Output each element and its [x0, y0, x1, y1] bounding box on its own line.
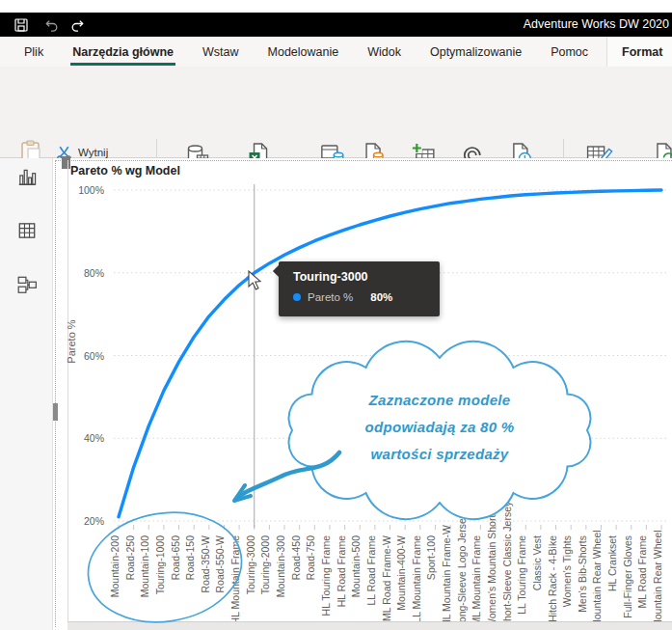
menu-tab-wstaw[interactable]: Wstaw	[188, 37, 254, 67]
data-view-icon[interactable]	[16, 220, 38, 241]
visual-selection-border-left	[55, 160, 56, 627]
menu-tab-optymalizowanie[interactable]: Optymalizowanie	[416, 37, 536, 67]
redo-icon[interactable]	[71, 17, 87, 33]
tooltip-title: Touring-3000	[293, 270, 440, 284]
y-axis-tick-label: 80%	[56, 267, 104, 279]
undo-icon[interactable]	[42, 17, 58, 33]
cloud-callout-text: odpowiadają za 80 %	[289, 419, 590, 435]
ribbon: Wklej Wytnij Kopiuj Malarz formatów Scho…	[0, 67, 672, 158]
menu-tab-pomoc[interactable]: Pomoc	[536, 37, 603, 67]
save-icon[interactable]	[13, 17, 29, 33]
report-view-icon[interactable]	[16, 166, 38, 187]
y-axis-tick-label: 20%	[56, 515, 104, 527]
titlebar: Adventure Works DW 2020	[0, 13, 672, 37]
menubar-tabs: PlikNarzędzia główneWstawModelowanieWido…	[0, 37, 672, 67]
window-title: Adventure Works DW 2020	[524, 13, 669, 37]
menu-tab-modelowanie[interactable]: Modelowanie	[254, 37, 354, 67]
menu-tab-narz-dzia-g-wne[interactable]: Narzędzia główne	[58, 37, 188, 67]
chart-title: Pareto % wg Model	[70, 164, 180, 178]
visual-resize-handle[interactable]	[53, 403, 58, 421]
chart-tooltip: Touring-3000 Pareto % 80%	[279, 261, 440, 316]
menu-tab-format[interactable]: Format	[606, 37, 672, 67]
cloud-callout-text: Zaznaczone modele	[289, 392, 590, 408]
model-view-icon[interactable]	[16, 274, 38, 295]
visual-drag-handle[interactable]	[62, 156, 70, 169]
y-axis-tick-label: 40%	[56, 432, 104, 444]
visual-selection-border-top	[55, 160, 672, 161]
cloud-callout-text: wartości sprzedaży	[289, 446, 590, 462]
menu-tab-widok[interactable]: Widok	[353, 37, 416, 67]
cut-label: Wytnij	[78, 146, 108, 159]
canvas-bottom-strip	[67, 621, 672, 630]
y-axis-title: Pareto %	[66, 303, 77, 380]
y-axis-tick-label: 60%	[56, 350, 104, 362]
tooltip-value: 80%	[370, 291, 392, 303]
y-axis-tick-label: 100%	[56, 184, 104, 196]
tooltip-series-name: Pareto %	[308, 291, 353, 303]
mouse-cursor-icon	[248, 270, 263, 291]
menu-tab-plik[interactable]: Plik	[10, 37, 58, 67]
canvas-page-edge	[67, 160, 68, 621]
series-dot-icon	[293, 293, 301, 301]
view-sidebar	[0, 158, 53, 630]
